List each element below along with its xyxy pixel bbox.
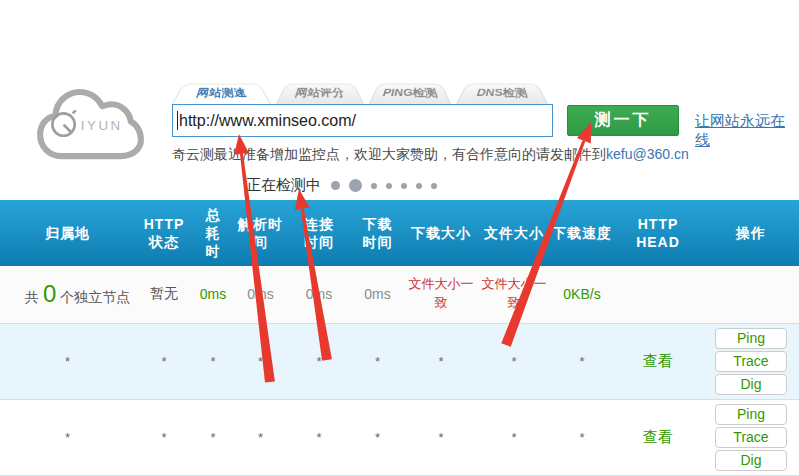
cell-connect-time: * [288,323,350,399]
col-header-resolve-time: 解析时 间 [233,200,288,266]
cell-http-status: * [135,399,193,475]
cell-location: * [0,399,135,475]
col-header-download-size: 下载大小 [405,200,477,266]
contact-email-link[interactable]: kefu@360.cn [606,146,689,162]
cell-file-size: * [477,323,551,399]
col-header-download-speed: 下载速度 [551,200,613,266]
tab-website-speed[interactable]: 网站测速 [172,84,271,104]
summary-row: 共 0 个独立节点 暂无 0ms 0ms 0ms 0ms 文件大小一致 文件大小… [0,266,799,323]
test-button[interactable]: 测一下 [567,105,679,136]
progress-dots [331,179,437,192]
table-header-row: 归属地 HTTP 状态 总 耗 时 解析时 间 连接 时间 下载 时间 下载大小… [0,200,799,266]
node-count-prefix: 共 [25,289,43,305]
summary-download-size: 文件大小一致 [405,266,477,323]
tab-website-score[interactable]: 网站评分 [276,84,364,104]
cell-download-size: * [405,399,477,475]
tab-dns-check[interactable]: DNS检测 [456,84,548,104]
checking-status-label: 正在检测中 [246,176,321,195]
cell-download-speed: * [551,323,613,399]
summary-operations [703,266,799,323]
results-table: 归属地 HTTP 状态 总 耗 时 解析时 间 连接 时间 下载 时间 下载大小… [0,200,799,476]
summary-speed: 0KB/s [551,266,613,323]
cell-download-time: * [350,323,405,399]
summary-download-time: 0ms [350,266,405,323]
col-header-connect-time: 连接 时间 [288,200,350,266]
tab-label: DNS检测 [474,87,529,100]
progress-dot [331,181,340,190]
ping-button[interactable]: Ping [715,328,787,349]
logo-text: IYUN [81,118,123,133]
progress-dot [416,183,422,189]
cell-total-time: * [193,399,233,475]
progress-dot [401,183,407,189]
url-input[interactable] [172,104,553,137]
cell-http-status: * [135,323,193,399]
view-http-head-link[interactable]: 查看 [643,428,673,445]
cell-download-speed: * [551,399,613,475]
summary-file-size: 文件大小一致 [477,266,551,323]
cell-total-time: * [193,323,233,399]
node-count-cell: 共 0 个独立节点 [0,266,135,323]
tab-ping-check[interactable]: PING检测 [369,84,451,104]
col-header-operations: 操作 [703,200,799,266]
tab-label: PING检测 [380,87,440,100]
trace-button[interactable]: Trace [715,427,787,448]
view-http-head-link[interactable]: 查看 [643,352,673,369]
tab-bar: 网站测速 网站评分 PING检测 DNS检测 [172,76,548,104]
cell-download-size: * [405,323,477,399]
summary-http-status: 暂无 [135,266,193,323]
col-header-location: 归属地 [0,200,135,266]
node-count-value: 0 [43,280,56,307]
progress-dot [349,179,362,192]
col-header-http-status: HTTP 状态 [135,200,193,266]
page: IYUN 网站测速 网站评分 PING检测 DNS检测 测一下 让网站永远在线 … [0,0,799,476]
progress-dot [371,183,377,189]
cell-connect-time: * [288,399,350,475]
ping-button[interactable]: Ping [715,404,787,425]
table-row: * * * * * * * * * 查看 Ping Trace Dig [0,323,799,399]
tab-label: 网站测速 [195,87,249,100]
summary-total-time: 0ms [193,266,233,323]
summary-connect-time: 0ms [288,266,350,323]
notice-text: 奇云测最近准备增加监控点，欢迎大家赞助，有合作意向的请发邮件到kefu@360.… [172,146,689,164]
text-caret [177,111,178,130]
dig-button[interactable]: Dig [715,374,787,395]
table-row: * * * * * * * * * 查看 Ping Trace Dig [0,399,799,475]
cell-resolve-time: * [233,323,288,399]
checking-status: 正在检测中 [246,176,437,195]
tab-label: 网站评分 [293,87,347,100]
col-header-file-size: 文件大小 [477,200,551,266]
dig-button[interactable]: Dig [715,450,787,471]
summary-resolve-time: 0ms [233,266,288,323]
progress-dot [386,183,392,189]
cell-file-size: * [477,399,551,475]
col-header-total-time: 总 耗 时 [193,200,233,266]
col-header-download-time: 下载 时间 [350,200,405,266]
node-count-suffix: 个独立节点 [56,289,130,305]
progress-dot [431,183,437,189]
cell-location: * [0,323,135,399]
qiyun-cloud-logo: IYUN [33,76,145,164]
notice-message: 奇云测最近准备增加监控点，欢迎大家赞助，有合作意向的请发邮件到 [172,146,606,162]
keep-website-online-link[interactable]: 让网站永远在线 [695,112,799,150]
trace-button[interactable]: Trace [715,351,787,372]
summary-http-head [613,266,703,323]
cell-download-time: * [350,399,405,475]
cell-resolve-time: * [233,399,288,475]
col-header-http-head: HTTP HEAD [613,200,703,266]
